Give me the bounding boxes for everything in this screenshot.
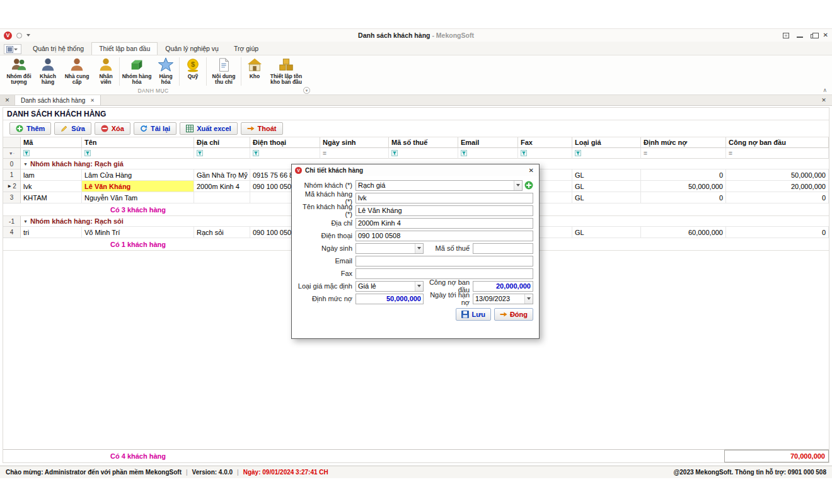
filter-ten[interactable]	[82, 148, 194, 159]
filter-dinh-muc-no[interactable]: =	[641, 148, 726, 159]
ribbon-apps-button[interactable]	[4, 44, 21, 54]
ribbon-item-thiet-lap-ton-kho[interactable]: Thiết lập tồn kho ban đầu	[267, 56, 305, 86]
export-excel-button[interactable]: Xuất excel	[180, 122, 237, 135]
ribbon-item-quy[interactable]: $ Quỹ	[180, 56, 205, 86]
price-type-combo[interactable]: Giá lẻ	[355, 281, 424, 292]
customer-name-input[interactable]: Lê Văn Kháng	[355, 205, 533, 216]
filter-loai-gia[interactable]	[572, 148, 641, 159]
filter-ma-so-thue[interactable]	[389, 148, 458, 159]
col-header-dien-thoai[interactable]: Điện thoại	[250, 137, 320, 148]
ribbon-item-nhan-vien[interactable]: Nhân viên	[93, 56, 118, 86]
filter-cong-no-ban-dau[interactable]: =	[726, 148, 829, 159]
col-header-ten[interactable]: Tên	[82, 137, 194, 148]
cell-cong-no[interactable]: 0	[726, 192, 829, 203]
filter-ma[interactable]	[21, 148, 82, 159]
delete-button[interactable]: Xóa	[95, 122, 130, 135]
cell-ma[interactable]: lvk	[21, 181, 82, 192]
grid-corner-cell[interactable]	[3, 137, 21, 148]
quick-access-dropdown-icon[interactable]	[26, 34, 30, 37]
chevron-down-icon[interactable]	[415, 244, 423, 253]
due-date-combo[interactable]: 13/09/2023	[473, 294, 533, 304]
ribbon-item-hang-hoa[interactable]: Hàng hóa	[153, 56, 178, 86]
ribbon-item-khach-hang[interactable]: Khách hàng	[35, 56, 61, 86]
ribbon-item-nha-cung-cap[interactable]: Nhà cung cấp	[61, 56, 93, 86]
ribbon-item-noi-dung-thu-chi[interactable]: Nội dung thu chi	[207, 56, 240, 86]
minimize-icon[interactable]	[797, 33, 803, 38]
edit-button[interactable]: Sửa	[54, 122, 91, 135]
col-header-email[interactable]: Email	[458, 137, 518, 148]
tab-tro-giup[interactable]: Trợ giúp	[226, 42, 266, 55]
taxcode-input[interactable]	[473, 243, 533, 254]
filter-ngay-sinh[interactable]: =	[320, 148, 389, 159]
col-header-loai-gia[interactable]: Loại giá	[572, 137, 641, 148]
col-header-ma-so-thue[interactable]: Mã số thuế	[389, 137, 458, 148]
email-input[interactable]	[355, 256, 533, 266]
cell-cong-no[interactable]: 50,000,000	[726, 169, 829, 181]
cell-cong-no[interactable]: 20,000,000	[726, 181, 829, 192]
close-dialog-button[interactable]: Đóng	[494, 308, 533, 321]
cell-ten[interactable]: Võ Minh Trí	[82, 227, 194, 238]
cell-ten[interactable]: Nguyễn Văn Tam	[82, 192, 194, 203]
col-header-dinh-muc-no[interactable]: Định mức nợ	[641, 137, 726, 148]
close-tab-icon[interactable]: ✕	[90, 98, 95, 103]
filter-fax[interactable]	[518, 148, 572, 159]
fax-input[interactable]	[355, 268, 533, 279]
cell-dia-chi[interactable]: Rạch sỏi	[194, 227, 250, 238]
ribbon-item-nhom-doi-tuong[interactable]: Nhóm đối tượng	[3, 56, 35, 86]
exit-button[interactable]: Thoát	[241, 122, 283, 135]
phone-input[interactable]: 090 100 0508	[355, 231, 533, 241]
restore-icon[interactable]	[811, 34, 816, 38]
cell-dinh-muc-no[interactable]: 50,000,000	[641, 181, 726, 192]
col-header-dia-chi[interactable]: Địa chỉ	[194, 137, 250, 148]
cell-dinh-muc-no[interactable]: 0	[641, 169, 726, 181]
cell-ma[interactable]: KHTAM	[21, 192, 82, 203]
filter-dia-chi[interactable]	[194, 148, 250, 159]
app-logo-icon[interactable]: V	[4, 32, 12, 40]
doc-tab-danh-sach-khach-hang[interactable]: Danh sách khách hàng ✕	[15, 95, 101, 105]
opening-debt-input[interactable]: 20,000,000	[473, 281, 533, 292]
cell-dinh-muc-no[interactable]: 0	[641, 192, 726, 203]
collapse-group-icon[interactable]: ▼	[23, 219, 28, 224]
cell-dia-chi[interactable]: 2000m Kinh 4	[194, 181, 250, 192]
col-header-cong-no-ban-dau[interactable]: Công nợ ban đầu	[726, 137, 829, 148]
col-header-ngay-sinh[interactable]: Ngày sinh	[320, 137, 389, 148]
quick-access-circle-icon[interactable]	[16, 33, 22, 38]
add-button[interactable]: Thêm	[9, 122, 51, 135]
close-all-tabs-button[interactable]: ✕	[0, 95, 15, 105]
cell-loai-gia[interactable]: GL	[572, 227, 641, 238]
collapse-group-icon[interactable]: ▼	[23, 162, 28, 166]
chevron-down-icon[interactable]	[524, 294, 533, 304]
save-button[interactable]: Lưu	[456, 308, 490, 321]
cell-ma[interactable]: tri	[21, 227, 82, 238]
col-header-ma[interactable]: Mã	[21, 137, 82, 148]
customer-group-combo[interactable]: Rạch giá	[355, 180, 523, 191]
cell-loai-gia[interactable]: GL	[572, 169, 641, 181]
address-input[interactable]: 2000m Kinh 4	[355, 218, 533, 229]
filter-dien-thoai[interactable]	[250, 148, 320, 159]
cell-ma[interactable]: lam	[21, 169, 82, 181]
add-group-button[interactable]	[524, 181, 533, 190]
birthday-combo[interactable]	[355, 243, 424, 254]
cell-dinh-muc-no[interactable]: 60,000,000	[641, 227, 726, 238]
tab-quan-tri-he-thong[interactable]: Quản trị hệ thống	[25, 42, 91, 55]
debt-limit-input[interactable]: 50,000,000	[355, 294, 424, 304]
close-document-icon[interactable]: ✕	[816, 95, 832, 105]
fullscreen-icon[interactable]	[783, 33, 789, 38]
col-header-fax[interactable]: Fax	[518, 137, 572, 148]
dialog-close-icon[interactable]: ✕	[527, 167, 536, 174]
reload-button[interactable]: Tải lại	[134, 122, 176, 135]
ribbon-group-launcher-icon[interactable]: ▾	[303, 87, 310, 94]
cell-ten[interactable]: Lâm Cửa Hàng	[82, 169, 194, 181]
cell-dia-chi[interactable]	[194, 192, 250, 203]
tab-quan-ly-nghiep-vu[interactable]: Quản lý nghiệp vụ	[158, 42, 226, 55]
chevron-down-icon[interactable]	[514, 181, 522, 190]
filter-email[interactable]	[458, 148, 518, 159]
ribbon-item-nhom-hang-hoa[interactable]: Nhóm hàng hóa	[120, 56, 153, 86]
chevron-down-icon[interactable]	[415, 282, 423, 291]
cell-dia-chi[interactable]: Gần Nhà Trọ Mỹ X...	[194, 169, 250, 181]
cell-loai-gia[interactable]: GL	[572, 181, 641, 192]
ribbon-collapse-icon[interactable]: ∧	[823, 87, 827, 93]
customer-code-input[interactable]: lvk	[355, 193, 533, 203]
cell-loai-gia[interactable]: GL	[572, 192, 641, 203]
cell-ten-focused[interactable]: Lê Văn Kháng	[82, 181, 194, 192]
